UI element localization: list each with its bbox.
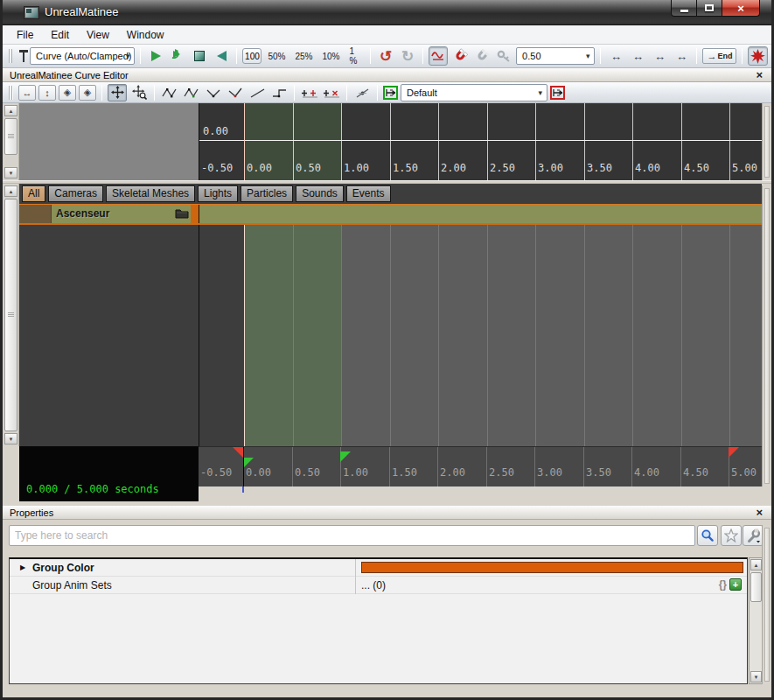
zoom-mode-button[interactable]	[129, 84, 149, 102]
properties-right-scrollbar[interactable]	[762, 525, 771, 684]
curve-editor-body: ▲ ▼ 0.00 -0.50 0.00 0.50 1.00 1.50	[3, 103, 771, 180]
fit-vertical-button[interactable]: ↕	[38, 85, 56, 101]
play-reverse-button[interactable]	[212, 46, 231, 66]
track-vertical-scrollbar[interactable]: ▲ ▼	[3, 184, 19, 446]
fit-sequence-button[interactable]: ↔	[628, 46, 647, 66]
menu-window[interactable]: Window	[118, 27, 173, 43]
scrollbar-thumb[interactable]	[4, 199, 17, 431]
fixed-time-button[interactable]	[494, 46, 513, 66]
fit-selected-button[interactable]: ◈	[59, 85, 76, 101]
properties-header[interactable]: Properties ×	[3, 506, 771, 520]
sequence-start-marker[interactable]	[233, 447, 243, 458]
tab-particles[interactable]: Particles	[241, 186, 293, 202]
expander-icon[interactable]: ▶	[20, 564, 25, 571]
scroll-down-button[interactable]: ▼	[4, 167, 17, 178]
curve-time-cursor[interactable]	[244, 103, 245, 180]
curve-tab-combo[interactable]: Default ▾	[401, 84, 547, 102]
maximize-button[interactable]	[697, 0, 722, 17]
tab-sounds[interactable]: Sounds	[296, 186, 344, 202]
timeline-ruler[interactable]: -0.50 0.00 0.50 1.00 1.50 2.00 2.50 3.00…	[199, 446, 762, 486]
fit-loop-sequence-button[interactable]: ↔	[606, 46, 625, 66]
curve-break-button[interactable]	[226, 83, 245, 102]
fit-horizontal-button[interactable]: ↔	[18, 85, 36, 101]
favorites-button[interactable]	[721, 525, 742, 546]
zoom-25-button[interactable]: 25%	[291, 52, 316, 61]
menu-file[interactable]: File	[8, 27, 42, 43]
pan-mode-button[interactable]	[108, 84, 127, 102]
tab-cameras[interactable]: Cameras	[48, 186, 103, 202]
goto-end-button[interactable]: → End	[702, 48, 736, 64]
close-button[interactable]: ×	[722, 0, 760, 17]
scrollbar-thumb[interactable]	[4, 118, 17, 155]
add-item-button[interactable]: +	[729, 578, 742, 591]
group-row-ascenseur[interactable]: Ascenseur	[19, 204, 762, 225]
curve-graph[interactable]: 0.00 -0.50 0.00 0.50 1.00 1.50 2.00 2.50…	[199, 103, 762, 180]
property-row-group-color[interactable]: ▶ Group Color	[10, 559, 747, 577]
curve-linear-button[interactable]	[248, 83, 267, 102]
curve-vertical-scrollbar[interactable]: ▲ ▼	[3, 103, 19, 180]
timeline-cursor[interactable]	[244, 225, 245, 446]
scroll-up-button[interactable]: ▲	[4, 186, 17, 197]
curve-user-button[interactable]	[204, 83, 223, 102]
sequence-end-marker[interactable]	[729, 447, 739, 458]
scroll-up-button[interactable]: ▲	[750, 559, 762, 570]
fit-all-button[interactable]: ◈	[79, 85, 96, 101]
curve-auto-clamped-button[interactable]	[182, 83, 201, 102]
tab-lights[interactable]: Lights	[198, 186, 238, 202]
record-mode-button[interactable]	[748, 46, 768, 66]
tab-skeletal-meshes[interactable]: Skeletal Meshes	[106, 186, 195, 202]
properties-close-icon[interactable]: ×	[756, 506, 763, 519]
curve-editor-close-icon[interactable]: ×	[756, 68, 763, 81]
delete-tab-button[interactable]	[550, 86, 565, 100]
snap-time-button[interactable]	[472, 46, 492, 66]
play-button[interactable]	[146, 46, 165, 66]
loop-start-marker[interactable]	[243, 458, 254, 468]
pin-icon[interactable]	[17, 48, 27, 64]
minimize-button[interactable]	[671, 0, 697, 17]
title-bar[interactable]: UnrealMatinee ×	[3, 0, 771, 25]
loop-play-button[interactable]	[168, 46, 187, 66]
snap-size-combo[interactable]: 0.50 ▾	[516, 47, 595, 65]
undo-button[interactable]: ↺	[376, 46, 395, 66]
show-tangents-button[interactable]	[352, 83, 372, 102]
toggle-curve-editor-button[interactable]	[429, 46, 448, 66]
snap-toggle-button[interactable]	[450, 46, 470, 66]
timeline-cursor-handle[interactable]	[243, 447, 244, 487]
straighten-tangents-button[interactable]	[322, 83, 341, 102]
menu-view[interactable]: View	[78, 27, 118, 43]
interp-mode-combo[interactable]: Curve (Auto/Clamped) ▾	[30, 47, 135, 65]
property-row-group-anim-sets[interactable]: Group Anim Sets ... (0) {} +	[10, 577, 747, 594]
group-color-swatch[interactable]	[361, 562, 743, 573]
zoom-50-button[interactable]: 50%	[264, 52, 289, 61]
fit-selected-keys-button[interactable]: ↔	[650, 46, 669, 66]
curve-auto-button[interactable]	[160, 83, 179, 102]
tab-events[interactable]: Events	[346, 186, 391, 202]
options-button[interactable]	[743, 525, 764, 546]
scroll-up-button[interactable]: ▲	[4, 105, 17, 116]
loop-end-marker[interactable]	[340, 452, 351, 462]
zoom-10-button[interactable]: 10%	[318, 52, 343, 61]
flatten-tangents-button[interactable]	[300, 83, 319, 102]
curve-constant-button[interactable]	[269, 83, 289, 102]
redo-button[interactable]: ↻	[398, 46, 417, 66]
zoom-1-button[interactable]: 1 %	[345, 46, 365, 66]
track-right-scrollbar[interactable]	[762, 186, 771, 486]
track-timeline-grid[interactable]	[199, 225, 762, 446]
curve-track-list[interactable]	[19, 103, 199, 180]
folder-icon[interactable]	[175, 208, 189, 219]
fit-loop-button[interactable]: ↔	[672, 46, 691, 66]
create-tab-button[interactable]	[383, 86, 398, 100]
zoom-100-button[interactable]: 100	[242, 48, 261, 64]
curve-editor-header[interactable]: UnrealMatinee Curve Editor ×	[3, 68, 771, 82]
stop-button[interactable]	[190, 46, 209, 66]
search-button[interactable]	[697, 525, 718, 546]
empty-set-icon[interactable]: {}	[719, 578, 727, 591]
curve-right-scrollbar[interactable]	[762, 103, 771, 180]
scroll-down-button[interactable]: ▼	[750, 671, 762, 682]
scroll-down-button[interactable]: ▼	[4, 433, 17, 444]
wrench-icon	[746, 528, 761, 543]
scrollbar-thumb[interactable]	[750, 572, 762, 602]
search-input[interactable]	[9, 525, 695, 546]
tab-all[interactable]: All	[22, 186, 45, 202]
menu-edit[interactable]: Edit	[42, 27, 78, 43]
